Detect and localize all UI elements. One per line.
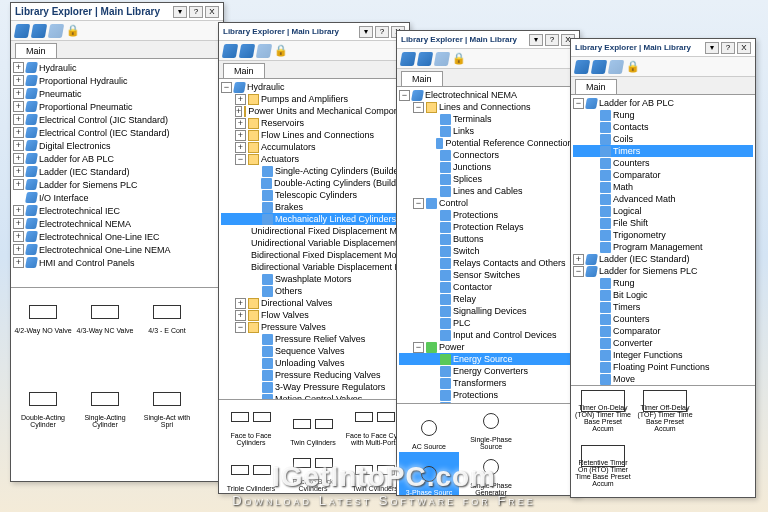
tree-node[interactable]: Energy Source bbox=[399, 353, 577, 365]
library-icon[interactable] bbox=[222, 44, 238, 58]
expand-toggle[interactable]: + bbox=[235, 142, 246, 153]
tree-node[interactable]: +Ladder (IEC Standard) bbox=[13, 165, 221, 178]
tree-node[interactable]: Timers bbox=[573, 301, 753, 313]
tree-node[interactable]: Signalling Devices bbox=[399, 305, 577, 317]
tree-node[interactable]: Move bbox=[573, 373, 753, 385]
tab-main[interactable]: Main bbox=[575, 79, 617, 94]
tree-node[interactable]: Input and Control Devices bbox=[399, 329, 577, 341]
symbol-item[interactable]: 4/3-Way NC Valve bbox=[75, 290, 135, 334]
expand-toggle[interactable]: + bbox=[235, 310, 246, 321]
tab-main[interactable]: Main bbox=[223, 63, 265, 78]
symbol-item[interactable]: Twin Cylinders bbox=[283, 402, 343, 446]
expand-toggle[interactable]: + bbox=[13, 179, 24, 190]
expand-toggle[interactable]: + bbox=[13, 101, 24, 112]
help-button[interactable]: ? bbox=[375, 26, 389, 38]
symbol-item[interactable]: Back to Back Cylinders bbox=[283, 448, 343, 491]
help-button[interactable]: ? bbox=[545, 34, 559, 46]
symbol-item[interactable]: Double-Acting Cylinder bbox=[13, 384, 73, 428]
expand-toggle[interactable]: + bbox=[235, 130, 246, 141]
tree-node[interactable]: Splices bbox=[399, 173, 577, 185]
library-icon-inactive[interactable] bbox=[608, 60, 624, 74]
tree-node[interactable]: Logical bbox=[573, 205, 753, 217]
tree-node[interactable]: Counters bbox=[573, 313, 753, 325]
library-icon[interactable] bbox=[400, 52, 416, 66]
tree-node[interactable]: Math bbox=[573, 181, 753, 193]
tree-node[interactable]: +Flow Valves bbox=[221, 309, 407, 321]
library-tree[interactable]: −Electrotechnical NEMA−Lines and Connect… bbox=[397, 87, 579, 403]
expand-toggle[interactable]: + bbox=[13, 62, 24, 73]
tree-node[interactable]: Comparator bbox=[573, 325, 753, 337]
tree-node[interactable]: −Actuators bbox=[221, 153, 407, 165]
pin-button[interactable]: ▾ bbox=[705, 42, 719, 54]
tree-node[interactable]: Mechanically Linked Cylinders bbox=[221, 213, 407, 225]
tree-node[interactable]: +Digital Electronics bbox=[13, 139, 221, 152]
tree-node[interactable]: +Electrotechnical One-Line IEC bbox=[13, 230, 221, 243]
tree-node[interactable]: Sequence Valves bbox=[221, 345, 407, 357]
symbol-item[interactable]: Single-Acting Cylinder bbox=[75, 384, 135, 428]
library-icon-inactive[interactable] bbox=[256, 44, 272, 58]
tree-node[interactable]: Lines and Cables bbox=[399, 185, 577, 197]
tree-node[interactable]: Protections bbox=[399, 209, 577, 221]
library-icon[interactable] bbox=[239, 44, 255, 58]
tree-node[interactable]: Energy Converters bbox=[399, 365, 577, 377]
library-icon[interactable] bbox=[591, 60, 607, 74]
tab-main[interactable]: Main bbox=[15, 43, 57, 58]
expand-toggle[interactable]: + bbox=[573, 254, 584, 265]
symbol-item[interactable]: 4/3 - E Cont bbox=[137, 290, 197, 334]
pin-button[interactable]: ▾ bbox=[529, 34, 543, 46]
expand-toggle[interactable]: + bbox=[13, 244, 24, 255]
expand-toggle[interactable]: − bbox=[573, 266, 584, 277]
tree-node[interactable]: +Electrotechnical IEC bbox=[13, 204, 221, 217]
tree-node[interactable]: +Ladder (IEC Standard) bbox=[573, 253, 753, 265]
tree-node[interactable]: +Pneumatic bbox=[13, 87, 221, 100]
expand-toggle[interactable]: − bbox=[235, 322, 246, 333]
tree-node[interactable]: +Power Units and Mechanical Components bbox=[221, 105, 407, 117]
tree-node[interactable]: Links bbox=[399, 125, 577, 137]
tree-node[interactable]: Junctions bbox=[399, 161, 577, 173]
symbol-item[interactable]: 4/2-Way NO Valve bbox=[13, 290, 73, 334]
tree-node[interactable]: +Electrical Control (IEC Standard) bbox=[13, 126, 221, 139]
lock-icon[interactable]: 🔒 bbox=[626, 60, 640, 73]
expand-toggle[interactable]: + bbox=[13, 75, 24, 86]
expand-toggle[interactable]: + bbox=[235, 298, 246, 309]
tree-node[interactable]: Buttons bbox=[399, 233, 577, 245]
expand-toggle[interactable]: − bbox=[235, 154, 246, 165]
symbol-preview-pane[interactable]: 4/2-Way NO Valve4/3-Way NC Valve4/3 - E … bbox=[11, 287, 223, 477]
tree-node[interactable]: Advanced Math bbox=[573, 193, 753, 205]
tree-node[interactable]: Swashplate Motors bbox=[221, 273, 407, 285]
tree-node[interactable]: Converter bbox=[573, 337, 753, 349]
library-icon-inactive[interactable] bbox=[48, 24, 64, 38]
expand-toggle[interactable]: − bbox=[413, 198, 424, 209]
expand-toggle[interactable]: − bbox=[399, 90, 410, 101]
tree-node[interactable]: −Control bbox=[399, 197, 577, 209]
tree-node[interactable]: +Proportional Hydraulic bbox=[13, 74, 221, 87]
expand-toggle[interactable]: − bbox=[413, 102, 424, 113]
symbol-item[interactable]: AC Source bbox=[399, 406, 459, 450]
lock-icon[interactable]: 🔒 bbox=[452, 52, 466, 65]
tree-node[interactable]: +Ladder for AB PLC bbox=[13, 152, 221, 165]
expand-toggle[interactable]: + bbox=[13, 140, 24, 151]
tree-node[interactable]: +Electrotechnical NEMA bbox=[13, 217, 221, 230]
tree-node[interactable]: Transformers bbox=[399, 377, 577, 389]
lock-icon[interactable]: 🔒 bbox=[274, 44, 288, 57]
library-icon[interactable] bbox=[417, 52, 433, 66]
tree-node[interactable]: Single-Acting Cylinders (Builder) bbox=[221, 165, 407, 177]
tree-node[interactable]: Counters bbox=[573, 157, 753, 169]
close-button[interactable]: X bbox=[737, 42, 751, 54]
tree-node[interactable]: Potential Reference Connections bbox=[399, 137, 577, 149]
tree-node[interactable]: Unidirectional Variable Displacement Mot… bbox=[221, 237, 407, 249]
tree-node[interactable]: Telescopic Cylinders bbox=[221, 189, 407, 201]
titlebar[interactable]: Library Explorer | Main Library ▾?X bbox=[219, 23, 409, 41]
tree-node[interactable]: Unloading Valves bbox=[221, 357, 407, 369]
symbol-item[interactable]: Timer Off-Delay (TOF) Timer Time Base Pr… bbox=[635, 388, 695, 432]
tree-node[interactable]: Bit Logic bbox=[573, 289, 753, 301]
tree-node[interactable]: +Accumulators bbox=[221, 141, 407, 153]
tree-node[interactable]: Rung bbox=[573, 277, 753, 289]
expand-toggle[interactable]: + bbox=[13, 205, 24, 216]
tree-node[interactable]: Rung bbox=[573, 109, 753, 121]
tree-node[interactable]: Pressure Reducing Valves bbox=[221, 369, 407, 381]
library-icon-inactive[interactable] bbox=[434, 52, 450, 66]
symbol-item[interactable]: Single-Phase Source bbox=[461, 406, 521, 450]
tree-node[interactable]: Bidirectional Fixed Displacement Motors bbox=[221, 249, 407, 261]
tree-node[interactable]: Relay bbox=[399, 293, 577, 305]
